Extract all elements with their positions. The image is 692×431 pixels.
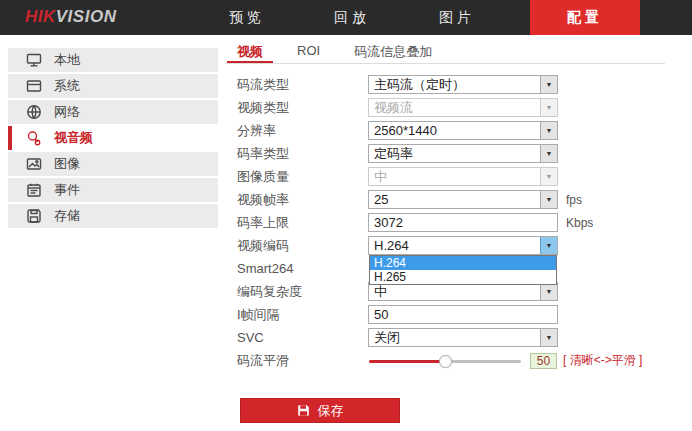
sidebar: 本地 系统 网络 视音频 图像 (0, 48, 218, 230)
sidebar-item-label: 视音频 (54, 129, 93, 147)
field-label: SVC (225, 330, 368, 345)
sidebar-item-label: 事件 (54, 181, 80, 199)
chevron-down-icon: ▼ (540, 168, 557, 185)
chevron-down-icon[interactable]: ▼ (540, 237, 557, 254)
save-button-label: 保存 (318, 402, 344, 420)
iframe-interval-input[interactable] (368, 305, 558, 324)
save-disk-icon (297, 404, 310, 417)
stream-type-select[interactable]: 主码流（定时） ▼ (368, 75, 558, 94)
field-row-resolution: 分辨率 2560*1440 ▼ (225, 121, 692, 140)
chevron-down-icon: ▼ (540, 99, 557, 116)
sidebar-item-event[interactable]: 事件 (8, 178, 218, 202)
video-settings-panel: 视频 ROI 码流信息叠加 码流类型 主码流（定时） ▼ 视频类型 视频流 ▼ (225, 40, 692, 423)
image-icon (26, 156, 42, 172)
chevron-down-icon[interactable]: ▼ (540, 76, 557, 93)
frame-rate-select[interactable]: 25 ▼ (368, 190, 558, 209)
sidebar-item-storage[interactable]: 存储 (8, 204, 218, 228)
hikvision-config-screen: HIKVISION 预览 回放 图片 配置 本地 系统 网络 (0, 0, 692, 431)
stream-smoothing-slider[interactable] (369, 354, 521, 368)
svc-select[interactable]: 关闭 ▼ (368, 328, 558, 347)
slider-fill (369, 360, 445, 363)
sidebar-item-label: 本地 (54, 51, 80, 69)
kbps-unit-label: Kbps (566, 216, 593, 230)
field-label: 视频类型 (225, 99, 368, 117)
slider-handle[interactable] (439, 355, 452, 368)
bitrate-type-select[interactable]: 定码率 ▼ (368, 144, 558, 163)
content-tabs: 视频 ROI 码流信息叠加 (225, 40, 665, 64)
dropdown-option-h265[interactable]: H.265 (370, 270, 556, 284)
logo-vision: VISION (56, 7, 117, 26)
field-row-svc: SVC 关闭 ▼ (225, 328, 692, 347)
chevron-down-icon[interactable]: ▼ (540, 283, 557, 300)
video-encoding-dropdown-list: H.264 H.265 (369, 255, 557, 285)
system-window-icon (26, 78, 42, 94)
field-label: I帧间隔 (225, 306, 368, 324)
field-row-video-encoding: 视频编码 H.264 ▼ H.264 H.265 (225, 236, 692, 255)
field-label: 图像质量 (225, 168, 368, 186)
video-type-select-disabled: 视频流 ▼ (368, 98, 558, 117)
field-row-iframe-interval: I帧间隔 (225, 305, 692, 324)
nav-tab-picture[interactable]: 图片 (432, 0, 482, 35)
video-encoding-select-open[interactable]: H.264 ▼ H.264 H.265 (368, 236, 558, 255)
logo-hik: HIK (25, 7, 56, 26)
field-row-stream-type: 码流类型 主码流（定时） ▼ (225, 75, 692, 94)
field-label: 码率上限 (225, 214, 368, 232)
field-label: 码流平滑 (225, 352, 368, 370)
monitor-icon (26, 52, 42, 68)
dropdown-option-h264-highlighted[interactable]: H.264 (370, 256, 556, 270)
chevron-down-icon[interactable]: ▼ (540, 329, 557, 346)
slider-track[interactable] (369, 360, 521, 363)
tab-stream-info-overlay[interactable]: 码流信息叠加 (344, 40, 442, 63)
sidebar-item-label: 系统 (54, 77, 80, 95)
sidebar-item-local[interactable]: 本地 (8, 48, 218, 72)
sidebar-item-label: 存储 (54, 207, 80, 225)
chevron-down-icon[interactable]: ▼ (540, 145, 557, 162)
nav-tab-playback[interactable]: 回放 (327, 0, 377, 35)
sidebar-item-network[interactable]: 网络 (8, 100, 218, 124)
field-row-stream-smoothing: 码流平滑 50 [ 清晰<->平滑 ] (225, 351, 692, 370)
hikvision-logo: HIKVISION (25, 7, 116, 27)
sidebar-item-label: 网络 (54, 103, 80, 121)
nav-tab-config-active[interactable]: 配置 (530, 0, 640, 35)
event-calendar-icon (26, 182, 42, 198)
tab-video-active[interactable]: 视频 (227, 40, 273, 63)
save-button[interactable]: 保存 (240, 398, 400, 423)
video-audio-icon (26, 130, 42, 146)
fps-unit-label: fps (566, 193, 582, 207)
sidebar-item-video-audio-active[interactable]: 视音频 (8, 126, 218, 150)
field-row-bitrate-type: 码率类型 定码率 ▼ (225, 144, 692, 163)
field-label: 视频编码 (225, 237, 368, 255)
field-label: 分辨率 (225, 122, 368, 140)
field-label: Smart264 (225, 261, 368, 276)
sidebar-item-label: 图像 (54, 155, 80, 173)
field-label: 码率类型 (225, 145, 368, 163)
max-bitrate-input[interactable] (368, 213, 558, 232)
sidebar-item-system[interactable]: 系统 (8, 74, 218, 98)
field-label: 视频帧率 (225, 191, 368, 209)
nav-tab-preview[interactable]: 预览 (222, 0, 272, 35)
network-globe-icon (26, 104, 42, 120)
video-settings-form: 码流类型 主码流（定时） ▼ 视频类型 视频流 ▼ 分辨率 2560*1440 … (225, 75, 692, 423)
topbar: HIKVISION 预览 回放 图片 配置 (0, 0, 692, 35)
field-row-video-type: 视频类型 视频流 ▼ (225, 98, 692, 117)
tab-roi[interactable]: ROI (287, 40, 330, 63)
sidebar-item-image[interactable]: 图像 (8, 152, 218, 176)
chevron-down-icon[interactable]: ▼ (540, 122, 557, 139)
chevron-down-icon[interactable]: ▼ (540, 191, 557, 208)
resolution-select[interactable]: 2560*1440 ▼ (368, 121, 558, 140)
image-quality-select-disabled: 中 ▼ (368, 167, 558, 186)
smoothing-value-box: 50 (530, 353, 557, 369)
field-label: 编码复杂度 (225, 283, 368, 301)
clear-smooth-hint-label: [ 清晰<->平滑 ] (563, 352, 642, 369)
field-row-frame-rate: 视频帧率 25 ▼ fps (225, 190, 692, 209)
storage-disk-icon (26, 208, 42, 224)
field-row-image-quality: 图像质量 中 ▼ (225, 167, 692, 186)
field-row-max-bitrate: 码率上限 Kbps (225, 213, 692, 232)
field-label: 码流类型 (225, 76, 368, 94)
